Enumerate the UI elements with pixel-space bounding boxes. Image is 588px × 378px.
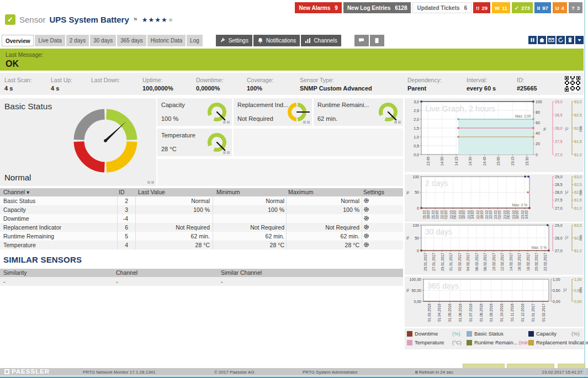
status-field-dependency: Dependency:Parent	[407, 77, 442, 92]
refresh-button[interactable]	[557, 36, 565, 44]
status-badge-unknown[interactable]: ?3	[569, 2, 582, 13]
collapsed-tab-0[interactable]	[463, 364, 505, 368]
last-message-label: Last Message:	[6, 51, 578, 58]
svg-text:14:15: 14:15	[454, 157, 458, 166]
paessler-logo[interactable]: PAESSLER	[4, 368, 50, 375]
svg-text:28,5: 28,5	[555, 183, 563, 187]
legend-swatch	[467, 331, 472, 337]
new-alarms-button[interactable]: New Alarms9	[295, 2, 341, 13]
notifications-button[interactable]: Notifications	[253, 35, 300, 46]
report-button[interactable]	[370, 35, 384, 46]
channel-settings-gear[interactable]	[363, 242, 369, 249]
home-button[interactable]	[538, 36, 546, 44]
svg-text:27,0: 27,0	[555, 153, 563, 157]
tab-365-days[interactable]: 365 days	[117, 35, 146, 46]
updated-tickets-button[interactable]: Updated Tickets6	[412, 2, 472, 13]
caret-button[interactable]	[575, 36, 584, 44]
channel-row-replacement-indicator[interactable]: Replacement Indicator6Not RequiredNot Re…	[0, 223, 403, 232]
svg-text:27,5: 27,5	[555, 140, 563, 143]
channel-row-runtime-remaining[interactable]: Runtime Remaining562 min.62 min.62 min.	[0, 232, 403, 241]
qr-code	[565, 76, 580, 92]
channel-settings-gear[interactable]	[363, 215, 369, 222]
svg-text:0,5: 0,5	[414, 144, 419, 148]
status-badge-paused[interactable]: II97	[534, 2, 551, 13]
channel-settings-gear[interactable]	[363, 206, 369, 214]
channel-row-temperature[interactable]: Temperature428 °C28 °C28 °C	[0, 241, 403, 249]
d30-graph-panel[interactable]: 30 days10050025.01.201727.01.201729.01.2…	[405, 223, 584, 275]
trash-button[interactable]	[566, 36, 574, 44]
status-badge-warning[interactable]: W11	[492, 2, 510, 13]
footer-version: PRTG Network Monitor 17.1.28.1341	[83, 370, 155, 375]
svg-text:22:00: 22:00	[489, 210, 492, 219]
tab-2-days[interactable]: 2 days	[66, 35, 89, 46]
pause-button[interactable]	[528, 36, 537, 44]
svg-text:61,0: 61,0	[574, 153, 582, 157]
svg-text:0,50: 0,50	[553, 289, 560, 292]
col-header-id[interactable]: ID	[119, 189, 125, 195]
legend-item-downtime: Downtime	[407, 331, 438, 337]
priority-flag-icon[interactable]: ⚑	[133, 17, 138, 23]
svg-text:01.02.2017: 01.02.2017	[542, 304, 545, 322]
col-header-last-value[interactable]: Last Value	[138, 189, 165, 195]
warning-icon: W	[495, 5, 500, 11]
svg-text:14:00: 14:00	[525, 210, 528, 219]
channels-button[interactable]: Channels	[301, 35, 341, 46]
svg-text:°C: °C	[563, 288, 567, 292]
svg-text:15:15: 15:15	[511, 157, 515, 166]
collapsed-tab-2[interactable]	[558, 364, 585, 368]
tab-30-days[interactable]: 30 days	[90, 35, 116, 46]
chart-icon	[305, 38, 311, 44]
status-badge-up[interactable]: ✓273	[512, 2, 533, 13]
mail-button[interactable]	[547, 36, 555, 44]
svg-text:1,0: 1,0	[414, 135, 419, 139]
svg-text:61,0: 61,0	[574, 206, 582, 210]
legend-item-runtime-remain-: Runtime Remain...(min.)	[467, 339, 532, 345]
tab-historic-data[interactable]: Historic Data	[147, 35, 186, 46]
channel-settings-gear[interactable]	[363, 224, 369, 231]
svg-text:365 days: 365 days	[427, 281, 459, 290]
col-header-minimum[interactable]: Minimum	[216, 189, 240, 195]
svg-text:1,00: 1,00	[553, 278, 560, 281]
svg-text:14:00: 14:00	[470, 210, 474, 219]
svg-text:min: min	[579, 189, 582, 195]
gear-icon	[363, 233, 369, 239]
gauge-tile-capacity[interactable]: Capacity100 %	[157, 98, 232, 126]
d365-graph-panel[interactable]: 365 days100,0050,000,0001.03.201601.04.2…	[405, 276, 584, 327]
d2-graph-panel[interactable]: 2 days10050021.0218:0021.0222:0022.0202:…	[405, 174, 584, 222]
similar-col-similar-channel[interactable]: Similar Channel	[221, 269, 262, 276]
channel-row-capacity[interactable]: Capacity3100 %100 %100 %	[0, 205, 403, 214]
tab-bar: OverviewLive Data2 days30 days365 daysHi…	[2, 35, 584, 47]
status-badge-unusual[interactable]: U4	[553, 2, 567, 13]
svg-text:0,00: 0,00	[553, 300, 560, 304]
channel-settings-gear[interactable]	[363, 233, 369, 240]
legend-swatch	[528, 340, 534, 345]
svg-text:61,0: 61,0	[574, 249, 582, 253]
svg-text:0: 0	[417, 206, 419, 210]
collapsed-tab-1[interactable]	[507, 364, 554, 368]
status-badge-down[interactable]: !!29	[473, 2, 490, 13]
similar-col-channel[interactable]: Channel	[116, 269, 137, 276]
status-field-sensortype: Sensor Type:SNMP Custom Advanced	[300, 77, 372, 92]
channel-row-basic-status[interactable]: Basic Status2NormalNormalNormal	[0, 196, 403, 205]
gauge-tile-replacement-ind-[interactable]: Replacement Ind...Not Required	[234, 98, 312, 126]
tab-live-data[interactable]: Live Data	[35, 35, 65, 46]
channel-row-downtime[interactable]: Downtime-4	[0, 214, 403, 223]
new-log-entries-button[interactable]: New Log Entries6128	[343, 2, 411, 13]
priority-stars[interactable]: ★★★★★	[142, 16, 174, 24]
legend-item-capacity: Capacity	[528, 331, 557, 337]
footer-refresh[interactable]: II Refresh in 24 sec	[415, 370, 453, 375]
gauge-tile-runtime-remaini-[interactable]: Runtime Remaini...62 min.	[314, 98, 403, 126]
gauge-tile-temperature[interactable]: Temperature28 °C	[157, 129, 232, 156]
tab-log[interactable]: Log	[187, 35, 203, 46]
col-header-settings[interactable]: Settings	[363, 189, 384, 195]
col-header-maximum[interactable]: Maximum	[288, 189, 314, 195]
svg-text:28,0: 28,0	[555, 126, 563, 130]
col-header-channel[interactable]: Channel ▾	[3, 189, 29, 195]
live-graph-panel[interactable]: Live Graph, 2 hours3,02,52,01,51,00,50,0…	[405, 98, 584, 172]
svg-text:°C: °C	[565, 127, 569, 131]
tab-overview[interactable]: Overview	[2, 35, 34, 46]
settings-button[interactable]: Settings	[216, 35, 252, 46]
channel-settings-gear[interactable]	[363, 198, 369, 205]
similar-col-similarity[interactable]: Similarity	[3, 269, 27, 276]
comments-button[interactable]	[354, 35, 369, 46]
